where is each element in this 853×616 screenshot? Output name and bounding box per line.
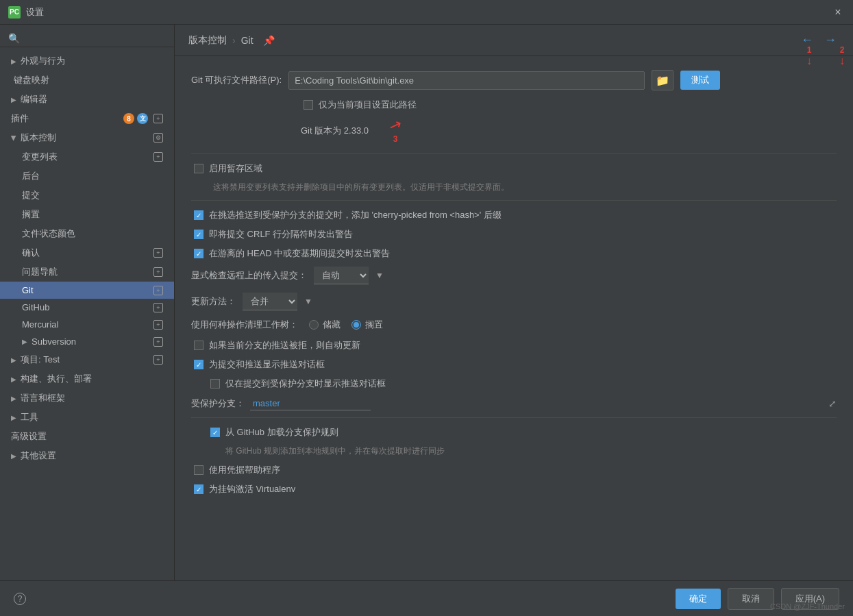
only-protected-row: 仅在提交到受保护分支时显示推送对话框 (208, 378, 837, 390)
auto-update-checkbox[interactable] (194, 341, 203, 350)
sidebar-item-issuenav[interactable]: 问题导航 + (0, 262, 174, 282)
breadcrumb-current: Git (241, 35, 254, 46)
chevron-right-icon: ▶ (11, 395, 16, 402)
sidebar-item-label: 构建、执行、部署 (21, 373, 92, 385)
add-icon[interactable]: + (153, 320, 163, 330)
protected-branch-row: 受保护分支： ⤢ (191, 397, 837, 418)
update-method-row: 更新方法： 合并 变基 快进 ▼ (191, 293, 837, 310)
crlf-warning-label: 即将提交 CRLF 行分隔符时发出警告 (209, 228, 353, 241)
sidebar-item-commit[interactable]: 提交 (0, 186, 174, 205)
sidebar-item-filestatus[interactable]: 文件状态颜色 (0, 224, 174, 243)
search-icon: 🔍 (8, 33, 20, 44)
sidebar-item-label: 工具 (21, 411, 38, 423)
sidebar-item-languages[interactable]: ▶ 语言和框架 (0, 389, 174, 408)
git-path-input[interactable] (288, 71, 645, 90)
add-icon[interactable]: + (153, 303, 163, 312)
browse-folder-button[interactable]: 📁 (652, 70, 673, 90)
sidebar-item-background[interactable]: 后台 (0, 167, 174, 186)
staging-area-warning: 这将禁用变更列表支持并删除项目中的所有变更列表。仅适用于非模式提交界面。 (213, 182, 837, 193)
sidebar-item-github[interactable]: GitHub + (0, 299, 174, 316)
add-icon[interactable]: + (153, 286, 163, 295)
cred-helper-label: 使用凭据帮助程序 (209, 464, 280, 476)
git-path-row: Git 可执行文件路径(P): 📁 测试 (191, 70, 837, 90)
add-icon[interactable]: + (153, 248, 163, 258)
forward-button[interactable]: → (821, 33, 839, 47)
add-icon[interactable]: + (153, 337, 163, 347)
content-header: 版本控制 › Git 📌 ← → (175, 25, 853, 56)
chevron-right-icon: ▶ (22, 338, 27, 345)
load-github-label: 从 GitHub 加载分支保护规则 (225, 426, 338, 439)
virtualenv-checkbox[interactable] (194, 484, 203, 494)
breadcrumb-separator: › (232, 35, 236, 46)
annotation-1-label: 1 (807, 45, 812, 55)
sidebar-item-confirm[interactable]: 确认 + (0, 243, 174, 262)
virtualenv-row: 为挂钩激活 Virtualenv (191, 483, 837, 495)
only-current-project-label: 仅为当前项目设置此路径 (319, 99, 417, 111)
annotation-3-label: 3 (393, 134, 398, 144)
breadcrumb: 版本控制 › Git 📌 (188, 34, 275, 47)
close-button[interactable]: × (831, 5, 845, 19)
staging-area-checkbox[interactable] (194, 164, 203, 173)
cherry-pick-row: 在挑选推送到受保护分支的提交时，添加 'cherry-picked from <… (191, 209, 837, 221)
sidebar-item-vcs[interactable]: ▶ 版本控制 ⚙ (0, 128, 174, 147)
title-bar-text: 设置 (26, 6, 44, 19)
clean-option-shelve-label: 搁置 (365, 319, 383, 331)
expand-icon[interactable]: ⤢ (828, 398, 837, 409)
annotation-2-group: 2 ↓ (839, 45, 845, 67)
test-button[interactable]: 测试 (680, 71, 720, 90)
sidebar-item-other[interactable]: ▶ 其他设置 (0, 446, 174, 465)
sidebar-plus-icon[interactable]: + (153, 114, 163, 123)
sidebar-item-appearance[interactable]: ▶ 外观与行为 (0, 51, 174, 71)
show-dialog-row: 为提交和推送显示推送对话框 (191, 358, 837, 371)
sidebar-item-mercurial[interactable]: Mercurial + (0, 316, 174, 333)
sidebar-item-shelve[interactable]: 搁置 (0, 205, 174, 224)
add-icon[interactable]: + (153, 355, 163, 365)
sidebar-settings-icon[interactable]: ⚙ (153, 133, 163, 143)
protected-branch-input[interactable] (250, 397, 371, 410)
confirm-button[interactable]: 确定 (676, 589, 721, 609)
cherry-pick-label: 在挑选推送到受保护分支的提交时，添加 'cherry-picked from <… (209, 209, 502, 221)
sidebar-item-git[interactable]: Git + (0, 282, 174, 299)
title-bar: PC 设置 × (0, 0, 853, 25)
sidebar-item-project[interactable]: ▶ 项目: Test + (0, 350, 174, 369)
sidebar-item-label: Subversion (32, 336, 76, 347)
chevron-right-icon: ▶ (11, 414, 16, 421)
sidebar-item-label: 编辑器 (21, 93, 47, 106)
sidebar-item-changelists[interactable]: 变更列表 + (0, 147, 174, 167)
content-body: Git 可执行文件路径(P): 📁 测试 1 ↓ 2 ↓ 仅为当前 (175, 56, 853, 516)
cherry-pick-checkbox[interactable] (194, 210, 203, 220)
crlf-warning-checkbox[interactable] (194, 230, 203, 239)
load-github-checkbox[interactable] (210, 428, 220, 437)
update-method-select[interactable]: 合并 变基 快进 (243, 293, 297, 310)
clean-radio-stash[interactable] (309, 320, 319, 330)
sidebar-item-tools[interactable]: ▶ 工具 (0, 408, 174, 427)
only-protected-checkbox[interactable] (210, 379, 220, 389)
add-icon[interactable]: + (153, 152, 163, 162)
sidebar-item-label: 变更列表 (22, 151, 58, 163)
clean-radio-shelve[interactable] (351, 320, 361, 330)
detached-head-checkbox[interactable] (194, 249, 203, 258)
sidebar-item-keymap[interactable]: 键盘映射 (0, 71, 174, 90)
help-button[interactable]: ? (14, 593, 26, 605)
sidebar-item-subversion[interactable]: ▶ Subversion + (0, 333, 174, 350)
show-dialog-checkbox[interactable] (194, 360, 203, 369)
sidebar-item-label: 键盘映射 (14, 74, 49, 86)
annotation-3-arrow: ↙ (387, 116, 404, 135)
sidebar-item-label: Mercurial (22, 319, 58, 330)
only-current-project-checkbox[interactable] (304, 100, 313, 110)
clean-option-shelve[interactable]: 储藏 (309, 319, 341, 331)
cred-helper-checkbox[interactable] (194, 465, 203, 475)
plugin-count-badge: 8 (123, 113, 134, 124)
sidebar-item-label: 提交 (22, 189, 40, 201)
sidebar-item-build[interactable]: ▶ 构建、执行、部署 (0, 369, 174, 389)
sidebar-item-editor[interactable]: ▶ 编辑器 (0, 90, 174, 109)
sidebar-item-advanced[interactable]: 高级设置 (0, 427, 174, 446)
detached-head-row: 在游离的 HEAD 中或变基期间提交时发出警告 (191, 247, 837, 260)
cancel-button[interactable]: 取消 (728, 588, 774, 610)
add-icon[interactable]: + (153, 267, 163, 277)
clean-option-shelve2[interactable]: 搁置 (351, 319, 383, 331)
check-incoming-select[interactable]: 自动 总是 从不 (314, 267, 369, 284)
sidebar-item-label: Git (22, 285, 34, 295)
sidebar-item-label: 外观与行为 (21, 55, 65, 67)
sidebar-item-plugins[interactable]: 插件 8 文 + (0, 109, 174, 128)
